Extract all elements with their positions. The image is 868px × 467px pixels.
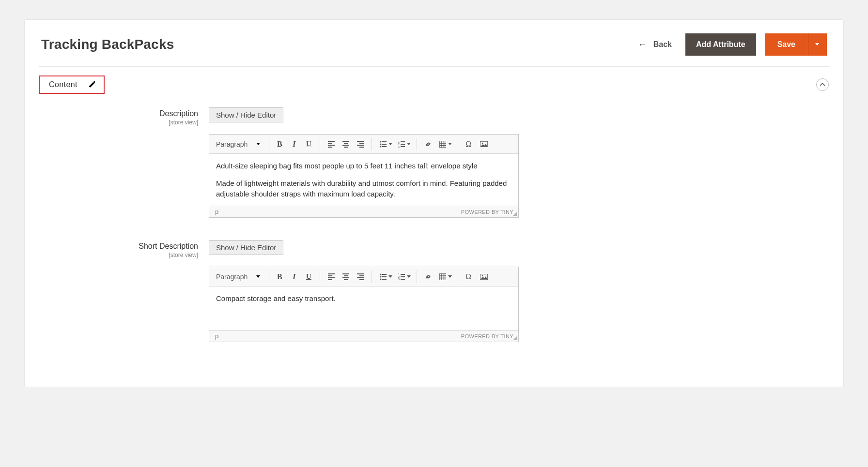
omega-icon [465, 273, 473, 281]
caret-down-icon[interactable] [407, 143, 411, 145]
align-left-button[interactable] [324, 270, 339, 284]
align-left-button[interactable] [324, 137, 339, 151]
short-description-toggle-editor-button[interactable]: Show / Hide Editor [209, 240, 283, 255]
save-dropdown-button[interactable] [808, 33, 827, 56]
caret-down-icon [815, 43, 820, 46]
page-card: Tracking BackPacks ← Back Add Attribute … [24, 19, 844, 387]
description-toggle-editor-button[interactable]: Show / Hide Editor [209, 107, 283, 122]
short-description-scope: [store view] [39, 252, 198, 258]
powered-by-label: POWERED BY TINY [461, 333, 513, 339]
caret-down-icon[interactable] [407, 275, 411, 278]
link-icon [425, 273, 432, 280]
pencil-icon [88, 81, 95, 88]
add-attribute-button[interactable]: Add Attribute [685, 33, 756, 56]
content-section-tab[interactable]: Content [39, 75, 105, 94]
element-path[interactable]: p [215, 332, 218, 340]
image-icon [480, 274, 488, 280]
insert-image-button[interactable] [477, 270, 491, 284]
omega-icon [465, 140, 473, 148]
italic-button[interactable]: I [287, 137, 301, 151]
description-toolbar: Paragraph B I U [209, 135, 518, 154]
bullet-list-icon [380, 141, 387, 148]
bold-button[interactable]: B [272, 270, 287, 284]
save-button[interactable]: Save [765, 33, 808, 56]
format-select-label: Paragraph [216, 273, 248, 281]
format-select-label: Paragraph [216, 140, 248, 148]
align-left-icon [328, 141, 335, 148]
special-char-button[interactable] [462, 270, 477, 284]
bullet-list-icon [380, 273, 387, 280]
link-button[interactable] [421, 137, 435, 151]
resize-handle[interactable] [512, 336, 517, 341]
align-center-icon [342, 141, 349, 148]
content-section-label: Content [49, 80, 78, 89]
resize-handle[interactable] [512, 211, 517, 216]
link-button[interactable] [421, 270, 435, 284]
arrow-left-icon: ← [638, 40, 647, 50]
description-textarea[interactable]: Adult-size sleeping bag fits most people… [209, 154, 518, 206]
align-left-icon [328, 273, 335, 280]
numbered-list-icon [398, 273, 405, 280]
collapse-section-button[interactable] [816, 78, 829, 91]
page-header: Tracking BackPacks ← Back Add Attribute … [39, 27, 829, 67]
caret-down-icon [256, 275, 260, 278]
description-statusbar: p POWERED BY TINY [209, 206, 518, 217]
description-label: Description [159, 109, 198, 118]
align-right-button[interactable] [353, 137, 368, 151]
description-scope: [store view] [39, 119, 198, 126]
short-description-paragraph: Compact storage and easy transport. [216, 293, 512, 304]
align-right-button[interactable] [353, 270, 368, 284]
caret-down-icon[interactable] [448, 275, 452, 278]
powered-by-label: POWERED BY TINY [461, 209, 513, 215]
description-paragraph: Adult-size sleeping bag fits most people… [216, 161, 512, 171]
table-icon [439, 141, 446, 148]
page-title: Tracking BackPacks [41, 37, 174, 52]
short-description-row: Short Description [store view] Show / Hi… [39, 240, 829, 342]
underline-button[interactable]: U [301, 270, 316, 284]
description-row: Description [store view] Show / Hide Edi… [39, 107, 829, 218]
align-center-button[interactable] [339, 137, 353, 151]
italic-button[interactable]: I [287, 270, 301, 284]
description-paragraph: Made of lightweight materials with durab… [216, 178, 512, 199]
element-path[interactable]: p [215, 208, 218, 215]
insert-image-button[interactable] [477, 137, 491, 151]
short-description-textarea[interactable]: Compact storage and easy transport. [209, 286, 518, 330]
short-description-toolbar: Paragraph B I U [209, 267, 518, 286]
section-header: Content [39, 75, 829, 94]
table-icon [439, 273, 446, 280]
caret-down-icon[interactable] [448, 143, 452, 145]
short-description-label: Short Description [139, 242, 198, 250]
format-select[interactable]: Paragraph [212, 140, 264, 148]
short-description-editor: Paragraph B I U [209, 267, 519, 342]
align-center-button[interactable] [339, 270, 353, 284]
caret-down-icon[interactable] [388, 143, 392, 145]
back-button[interactable]: ← Back [638, 40, 672, 50]
link-icon [425, 141, 432, 148]
align-right-icon [357, 141, 364, 148]
special-char-button[interactable] [462, 137, 477, 151]
caret-down-icon [256, 143, 260, 145]
image-icon [480, 141, 488, 147]
align-center-icon [342, 273, 349, 280]
chevron-up-icon [820, 83, 825, 87]
caret-down-icon[interactable] [388, 275, 392, 278]
save-button-group: Save [765, 33, 827, 56]
format-select[interactable]: Paragraph [212, 273, 264, 281]
numbered-list-icon [398, 141, 405, 148]
bold-button[interactable]: B [272, 137, 287, 151]
description-editor: Paragraph B I U [209, 134, 519, 218]
underline-button[interactable]: U [301, 137, 316, 151]
align-right-icon [357, 273, 364, 280]
short-description-statusbar: p POWERED BY TINY [209, 330, 518, 342]
back-label: Back [653, 40, 672, 49]
